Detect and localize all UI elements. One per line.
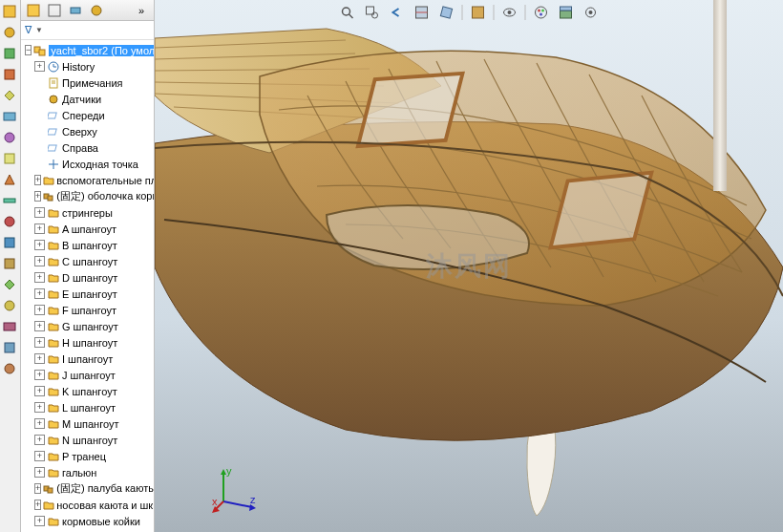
tree-node[interactable]: Сверху bbox=[21, 123, 154, 139]
tree-node[interactable]: +стрингеры bbox=[21, 204, 154, 221]
cm-btn-2[interactable] bbox=[0, 23, 19, 42]
panel-expand-icon[interactable]: » bbox=[133, 2, 150, 19]
cm-btn-3[interactable] bbox=[0, 44, 19, 63]
tree-node[interactable]: +гальюн bbox=[21, 464, 154, 480]
zoom-fit-icon[interactable] bbox=[338, 3, 357, 22]
expand-icon[interactable]: + bbox=[34, 435, 45, 445]
expand-icon[interactable]: + bbox=[34, 191, 41, 202]
tree-node[interactable]: Датчики bbox=[21, 91, 154, 107]
tree-node[interactable]: +K шпангоут bbox=[21, 383, 154, 399]
cm-btn-1[interactable] bbox=[0, 2, 19, 21]
cm-btn-18[interactable] bbox=[0, 359, 19, 378]
cm-btn-14[interactable] bbox=[0, 275, 19, 294]
tab-feature-tree[interactable] bbox=[25, 2, 42, 19]
tree-node[interactable]: +A шпангоут bbox=[21, 221, 154, 237]
tree-node[interactable]: +L шпангоут bbox=[21, 399, 154, 415]
cm-btn-16[interactable] bbox=[0, 317, 19, 336]
cm-btn-15[interactable] bbox=[0, 296, 19, 315]
expand-icon[interactable]: + bbox=[34, 240, 45, 250]
cm-btn-7[interactable] bbox=[0, 128, 19, 147]
tree-node[interactable]: Примечания bbox=[21, 74, 154, 91]
tree-node[interactable]: +B шпангоут bbox=[21, 237, 154, 253]
expand-icon[interactable]: + bbox=[34, 305, 45, 315]
expand-icon[interactable]: + bbox=[34, 337, 45, 348]
graphics-viewport[interactable]: 沐风网 y z x bbox=[155, 0, 783, 532]
expand-icon[interactable]: + bbox=[34, 483, 41, 494]
tree-node[interactable]: Исходная точка bbox=[21, 156, 154, 172]
previous-view-icon[interactable] bbox=[388, 3, 407, 22]
tree-node[interactable]: +F шпангоут bbox=[21, 302, 154, 318]
cm-btn-6[interactable] bbox=[0, 107, 19, 126]
zoom-area-icon[interactable] bbox=[363, 3, 382, 22]
expand-icon[interactable]: + bbox=[34, 256, 45, 266]
tab-dimxpert[interactable] bbox=[88, 2, 105, 19]
folder-icon bbox=[47, 206, 60, 220]
tree-node[interactable]: +(固定) палуба каюты<1 bbox=[21, 480, 154, 497]
expand-icon[interactable]: + bbox=[34, 175, 41, 185]
tree-node[interactable]: +I шпангоут bbox=[21, 351, 154, 367]
hide-show-icon[interactable] bbox=[500, 3, 519, 22]
tree-node[interactable]: +E шпангоут bbox=[21, 286, 154, 302]
edit-appearance-icon[interactable] bbox=[532, 3, 551, 22]
view-orientation-icon[interactable] bbox=[437, 3, 456, 22]
tree-node[interactable]: +M шпангоут bbox=[21, 415, 154, 432]
filter-dropdown-icon[interactable]: ▼ bbox=[35, 26, 43, 34]
expand-icon[interactable]: + bbox=[34, 451, 45, 461]
display-style-icon[interactable] bbox=[469, 3, 488, 22]
tree-node[interactable]: +G шпангоут bbox=[21, 318, 154, 334]
expand-icon[interactable]: + bbox=[34, 402, 45, 413]
feature-tree[interactable]: − yacht_sbor2 (По умолчани +HistoryПриме… bbox=[21, 40, 154, 532]
cm-btn-12[interactable] bbox=[0, 233, 19, 252]
svg-point-64 bbox=[589, 11, 593, 14]
tree-node[interactable]: +H шпангоут bbox=[21, 334, 154, 351]
svg-point-58 bbox=[538, 10, 540, 12]
cm-btn-11[interactable] bbox=[0, 212, 19, 231]
expand-icon[interactable]: + bbox=[34, 321, 45, 331]
expand-icon[interactable]: + bbox=[34, 353, 45, 364]
expand-icon[interactable]: + bbox=[34, 370, 45, 380]
tree-node[interactable]: +носовая каюта и шкаф bbox=[21, 497, 154, 513]
cm-btn-17[interactable] bbox=[0, 338, 19, 357]
expand-icon[interactable]: + bbox=[34, 500, 41, 510]
tree-node[interactable]: +N шпангоут bbox=[21, 432, 154, 448]
tree-node[interactable]: +вспомогательные плос bbox=[21, 172, 154, 188]
tree-root-node[interactable]: − yacht_sbor2 (По умолчани bbox=[21, 42, 154, 58]
expand-icon[interactable]: + bbox=[34, 61, 45, 72]
expand-icon[interactable]: + bbox=[34, 207, 45, 218]
tree-node[interactable]: +(固定) оболочка корпу bbox=[21, 188, 154, 204]
tree-node[interactable]: Спереди bbox=[21, 107, 154, 123]
tree-node[interactable]: +кормовые койки bbox=[21, 513, 154, 529]
svg-rect-7 bbox=[4, 199, 15, 202]
cm-btn-13[interactable] bbox=[0, 254, 19, 273]
filter-icon[interactable]: ∇ bbox=[25, 24, 32, 36]
tree-node[interactable]: +History bbox=[21, 58, 154, 74]
apply-scene-icon[interactable] bbox=[557, 3, 576, 22]
expand-icon[interactable]: + bbox=[34, 288, 45, 299]
feature-manager-tabs: » bbox=[21, 0, 154, 21]
expand-icon[interactable]: + bbox=[34, 272, 45, 283]
tree-node[interactable]: +J шпангоут bbox=[21, 367, 154, 383]
cm-btn-9[interactable] bbox=[0, 170, 19, 189]
expand-icon[interactable]: + bbox=[34, 467, 45, 478]
tree-node[interactable]: Справа bbox=[21, 139, 154, 156]
tree-node[interactable]: +C шпангоут bbox=[21, 253, 154, 269]
toolbar-separator bbox=[462, 5, 463, 20]
view-settings-icon[interactable] bbox=[582, 3, 601, 22]
cm-btn-4[interactable] bbox=[0, 65, 19, 84]
tree-node[interactable]: +P транец bbox=[21, 448, 154, 464]
tab-property-manager[interactable] bbox=[46, 2, 63, 19]
cm-btn-10[interactable] bbox=[0, 191, 19, 210]
expand-icon[interactable]: + bbox=[34, 223, 45, 234]
folder-icon bbox=[47, 401, 60, 415]
expand-icon[interactable]: + bbox=[34, 418, 45, 429]
tree-node[interactable]: +D шпангоут bbox=[21, 269, 154, 286]
tab-configuration-manager[interactable] bbox=[67, 2, 84, 19]
tree-node-label: (固定) палуба каюты<1 bbox=[56, 481, 154, 496]
cm-btn-8[interactable] bbox=[0, 149, 19, 168]
collapse-icon[interactable]: − bbox=[25, 45, 32, 55]
section-view-icon[interactable] bbox=[413, 3, 432, 22]
expand-icon[interactable]: + bbox=[34, 386, 45, 396]
cm-btn-5[interactable] bbox=[0, 86, 19, 105]
orientation-triad[interactable]: y z x bbox=[212, 465, 260, 513]
expand-icon[interactable]: + bbox=[34, 516, 45, 526]
